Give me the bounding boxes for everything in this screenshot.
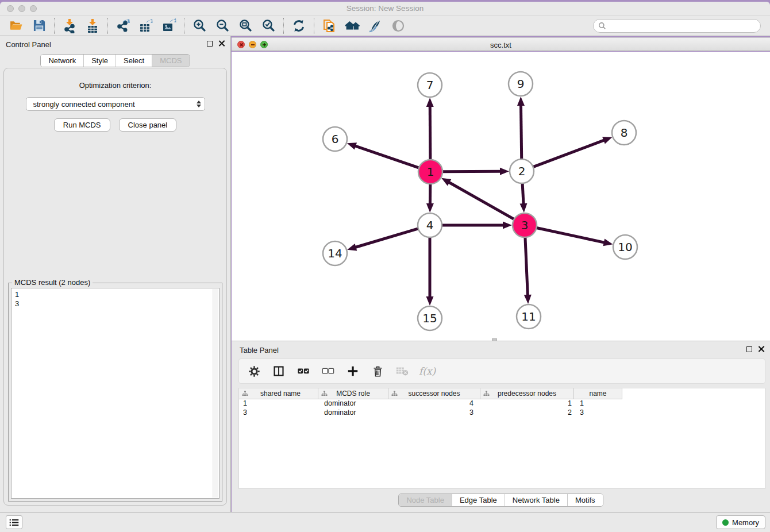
network-window-title: scc.txt — [232, 41, 770, 49]
delete-column-button[interactable] — [369, 363, 386, 379]
table-row[interactable]: 1 dominator 4 1 1 — [239, 399, 765, 408]
save-session-button[interactable] — [30, 17, 48, 34]
zoom-fit-button[interactable] — [236, 17, 255, 34]
column-header-predecessor-nodes[interactable]: predecessor nodes — [480, 388, 574, 399]
style-brush-button[interactable] — [366, 17, 384, 34]
cell-predecessor-nodes[interactable]: 1 — [480, 399, 574, 408]
cell-mcds-role[interactable]: dominator — [318, 408, 388, 418]
graph-node-label-14: 14 — [328, 246, 342, 260]
table-settings-button[interactable] — [246, 363, 262, 379]
trash-icon — [372, 365, 384, 377]
tab-network-table[interactable]: Network Table — [505, 494, 568, 506]
tab-motifs[interactable]: Motifs — [568, 494, 603, 506]
memory-button[interactable]: Memory — [716, 515, 765, 529]
cell-successor-nodes[interactable]: 4 — [388, 399, 480, 408]
tab-network[interactable]: Network — [41, 55, 84, 67]
result-scrollbar[interactable] — [213, 289, 218, 498]
hierarchy-icon — [321, 391, 328, 397]
open-folder-icon — [9, 18, 24, 33]
cell-shared-name[interactable]: 3 — [239, 408, 318, 418]
columns-icon — [273, 365, 284, 377]
column-label: shared name — [260, 390, 301, 398]
control-panel-title: Control Panel — [6, 40, 51, 49]
graph-edge-4-14[interactable] — [355, 229, 418, 248]
deselect-all-rows-button[interactable] — [320, 363, 336, 379]
graph-edge-3-11[interactable] — [525, 237, 528, 296]
close-panel-icon[interactable] — [218, 40, 225, 47]
table-row[interactable]: 3 dominator 3 2 3 — [239, 408, 765, 418]
plus-icon — [346, 365, 359, 377]
import-table-button[interactable] — [83, 17, 102, 34]
copy-network-icon — [322, 18, 337, 33]
graph-node-label-10: 10 — [618, 240, 632, 254]
app-title: Session: New Session — [0, 4, 770, 13]
network-canvas[interactable]: 7968124314101511 — [232, 52, 770, 341]
delete-table-button[interactable] — [394, 363, 410, 379]
function-builder-button[interactable]: f(x) — [419, 365, 436, 377]
toggle-column-view-button[interactable] — [271, 363, 287, 379]
close-table-panel-icon[interactable] — [758, 346, 764, 352]
column-header-mcds-role[interactable]: MCDS role — [318, 388, 388, 399]
network-view-window: scc.txt 7968124314101511 — [232, 36, 770, 341]
graph-edge-1-6[interactable] — [355, 146, 419, 168]
graph-edge-arrow-4-14 — [347, 244, 357, 250]
column-header-name[interactable]: name — [574, 388, 622, 399]
column-header-shared-name[interactable]: shared name — [239, 388, 318, 399]
column-header-successor-nodes[interactable]: successor nodes — [388, 388, 480, 399]
tab-style[interactable]: Style — [84, 55, 116, 67]
add-column-button[interactable] — [345, 363, 361, 379]
zoom-in-button[interactable] — [190, 17, 209, 34]
zoom-selected-button[interactable] — [259, 17, 278, 34]
graph-edge-2-3[interactable] — [522, 183, 523, 205]
run-mcds-button[interactable]: Run MCDS — [54, 118, 110, 132]
export-network-button[interactable] — [114, 17, 132, 34]
cell-name[interactable]: 3 — [574, 408, 622, 418]
graph-edge-1-7[interactable] — [430, 106, 430, 160]
cell-successor-nodes[interactable]: 3 — [388, 408, 480, 418]
mcds-result-textarea[interactable]: 1 3 — [11, 288, 220, 499]
graph-edge-3-1[interactable] — [448, 182, 514, 219]
float-panel-icon[interactable] — [207, 41, 213, 47]
save-floppy-icon — [33, 19, 46, 32]
cell-predecessor-nodes[interactable]: 2 — [480, 408, 574, 418]
table-tabbar: Node Table Edge Table Network Table Moti… — [398, 494, 603, 507]
search-field[interactable] — [593, 19, 761, 33]
zoom-out-icon — [215, 18, 230, 33]
close-panel-button[interactable]: Close panel — [119, 118, 177, 132]
graph-edge-2-8[interactable] — [533, 140, 605, 167]
toolbar-separator — [283, 18, 284, 34]
open-session-button[interactable] — [7, 17, 25, 34]
zoom-in-icon — [192, 18, 207, 33]
show-panels-button[interactable] — [6, 515, 22, 529]
network-graph: 7968124314101511 — [232, 52, 770, 341]
tab-edge-table[interactable]: Edge Table — [452, 494, 505, 506]
tab-select[interactable]: Select — [116, 55, 152, 67]
zoom-out-button[interactable] — [213, 17, 232, 34]
app-titlebar: Session: New Session — [0, 2, 770, 16]
graphics-details-button[interactable] — [389, 17, 407, 34]
graph-edge-1-2[interactable] — [442, 171, 501, 172]
graph-node-label-7: 7 — [426, 78, 434, 92]
criterion-select[interactable]: strongly connected component — [26, 97, 205, 111]
select-all-rows-button[interactable] — [295, 363, 311, 379]
search-input[interactable] — [609, 22, 756, 30]
toolbar-separator — [184, 18, 184, 34]
float-table-panel-icon[interactable] — [746, 346, 752, 352]
cell-mcds-role[interactable]: dominator — [318, 399, 388, 408]
apply-layout-button[interactable] — [290, 17, 308, 34]
export-image-button[interactable] — [160, 17, 178, 34]
graph-edge-3-10[interactable] — [537, 228, 605, 242]
duplicate-network-button[interactable] — [320, 17, 338, 34]
criterion-selected-value: strongly connected component — [33, 100, 197, 109]
cell-name[interactable]: 1 — [574, 399, 622, 408]
table-toolbar: f(x) — [238, 358, 765, 384]
export-network-icon — [116, 18, 130, 33]
tab-mcds[interactable]: MCDS — [152, 55, 189, 67]
home-networks-button[interactable] — [343, 17, 361, 34]
cell-shared-name[interactable]: 1 — [239, 399, 318, 408]
tab-node-table[interactable]: Node Table — [399, 494, 452, 506]
graph-edge-arrow-3-10 — [603, 239, 613, 246]
export-table-button[interactable] — [137, 17, 155, 34]
graph-edge-2-9[interactable] — [521, 105, 521, 159]
import-network-button[interactable] — [60, 17, 79, 34]
